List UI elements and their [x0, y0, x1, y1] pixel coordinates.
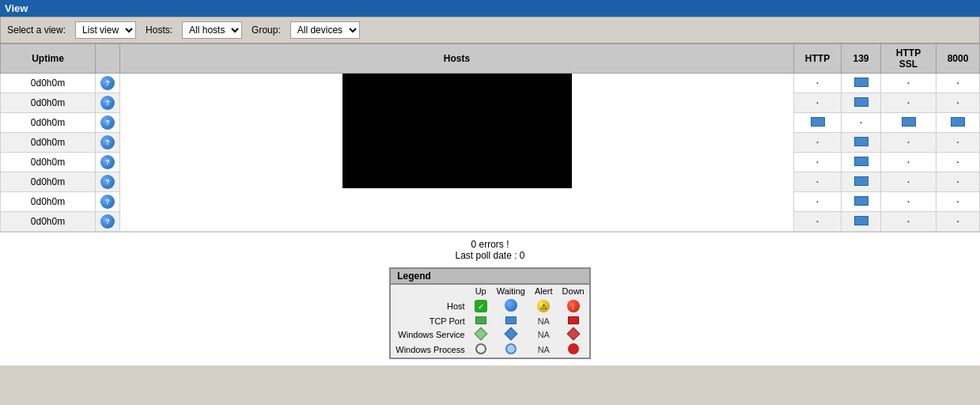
legend-header-empty [391, 285, 469, 297]
host-icon-cell[interactable]: ? [96, 93, 120, 113]
blue-status-icon[interactable]: ? [100, 195, 115, 209]
uptime-cell: 0d0h0m [1, 113, 96, 133]
tcp-up-icon [475, 316, 486, 324]
table-body: 0d0h0m?···0d0h0m?···0d0h0m?·0d0h0m?···0d… [1, 74, 980, 232]
port8000-square-icon [951, 117, 965, 127]
hosts-table: Uptime Hosts HTTP 139 HTTP SSL 8000 0d0h… [0, 44, 980, 232]
blue-status-icon[interactable]: ? [100, 155, 115, 169]
winsvc-up-icon [474, 327, 487, 341]
host-icon-cell[interactable]: ? [96, 212, 120, 232]
winproc-waiting-icon [505, 343, 516, 354]
port139-square-icon [854, 78, 868, 87]
port139-status-cell [842, 212, 881, 232]
host-icon-cell[interactable]: ? [96, 74, 120, 93]
header-139: 139 [842, 44, 881, 74]
legend-col-alert: Alert [530, 285, 558, 297]
legend-col-down: Down [558, 285, 589, 297]
blue-status-icon[interactable]: ? [100, 115, 115, 130]
header-hosts: Hosts [120, 44, 794, 74]
port139-dot-icon: · [859, 115, 862, 129]
http-dot-icon: · [815, 175, 819, 188]
port139-status-cell [842, 153, 881, 172]
legend-col-up: Up [470, 285, 492, 297]
header-http: HTTP [794, 44, 842, 74]
group-label: Group: [252, 25, 281, 36]
legend-title: Legend [391, 269, 588, 285]
header-uptime: Uptime [1, 44, 96, 74]
legend-winsvc-alert: NA [530, 327, 558, 342]
host-icon-cell[interactable]: ? [96, 192, 120, 212]
legend-host-down: ↓ [558, 297, 589, 315]
port8000-dot-icon: · [956, 96, 959, 109]
legend-winproc-up [470, 342, 492, 358]
http-dot-icon: · [815, 214, 819, 228]
blue-status-icon[interactable]: ? [100, 135, 115, 150]
httpssl-square-icon [902, 117, 916, 127]
host-icon-cell[interactable]: ? [96, 133, 120, 153]
legend-tcp-up [470, 315, 492, 327]
port139-square-icon [854, 157, 868, 166]
port139-status-cell: · [842, 113, 881, 133]
http-status-cell: · [794, 212, 842, 232]
port8000-dot-icon: · [956, 195, 959, 208]
legend-host-alert: ⚠ [530, 297, 558, 315]
port8000-status-cell [936, 113, 980, 133]
legend-header-row: Up Waiting Alert Down [391, 285, 588, 297]
legend-label-tcpport: TCP Port [391, 315, 469, 327]
port139-square-icon [854, 216, 868, 225]
httpssl-dot-icon: · [906, 195, 910, 208]
port8000-dot-icon: · [956, 135, 959, 149]
blue-status-icon[interactable]: ? [100, 76, 115, 90]
legend-winproc-waiting [492, 342, 530, 358]
uptime-cell: 0d0h0m [1, 93, 96, 113]
port139-status-cell [842, 172, 881, 192]
port139-square-icon [854, 137, 868, 146]
httpssl-status-cell [881, 113, 936, 133]
legend-label-winproc: Windows Process [391, 342, 469, 358]
blue-status-icon[interactable]: ? [100, 96, 115, 110]
uptime-cell: 0d0h0m [1, 192, 96, 212]
blue-status-icon[interactable]: ? [100, 175, 115, 189]
legend-winsvc-waiting [492, 327, 530, 342]
legend-tcp-down [558, 315, 589, 327]
uptime-cell: 0d0h0m [1, 172, 96, 192]
status-area: 0 errors ! Last poll date : 0 Legend Up … [0, 232, 980, 365]
uptime-cell: 0d0h0m [1, 74, 96, 93]
host-up-icon: ✓ [475, 300, 487, 312]
error-count: 0 errors ! [6, 239, 974, 250]
host-icon-cell[interactable]: ? [96, 153, 120, 172]
view-select[interactable]: List view [75, 21, 136, 39]
httpssl-status-cell: · [881, 212, 936, 232]
http-dot-icon: · [815, 155, 819, 168]
legend-row-winproc: Windows Process NA [391, 342, 588, 358]
legend-label-host: Host [391, 297, 469, 315]
host-icon-cell[interactable]: ? [96, 113, 120, 133]
http-status-cell: · [794, 192, 842, 212]
legend-row-tcpport: TCP Port NA [391, 315, 588, 327]
legend-tcp-waiting [492, 315, 530, 327]
http-status-cell: · [794, 153, 842, 172]
httpssl-dot-icon: · [906, 135, 910, 149]
winproc-down-icon [568, 343, 579, 354]
host-name-cell [120, 74, 794, 232]
legend-winsvc-down [558, 327, 589, 342]
http-square-icon [811, 117, 825, 127]
httpssl-dot-icon: · [906, 76, 910, 89]
legend-box: Legend Up Waiting Alert Down Host ✓ ⚠ ↓ … [389, 267, 590, 359]
uptime-cell: 0d0h0m [1, 212, 96, 232]
httpssl-dot-icon: · [906, 96, 910, 109]
legend-winproc-down [558, 342, 589, 358]
title-label: View [5, 2, 28, 14]
poll-date: Last poll date : 0 [6, 250, 974, 261]
hosts-select[interactable]: All hosts [182, 21, 242, 39]
host-icon-cell[interactable]: ? [96, 172, 120, 192]
blue-status-icon[interactable]: ? [100, 214, 115, 229]
http-status-cell: · [794, 74, 842, 93]
legend-winproc-alert: NA [530, 342, 558, 358]
group-select[interactable]: All devices [290, 21, 360, 39]
winproc-up-icon [475, 343, 486, 354]
port8000-status-cell: · [936, 74, 980, 93]
httpssl-status-cell: · [881, 192, 936, 212]
host-alert-icon: ⚠ [537, 300, 550, 312]
port139-square-icon [854, 176, 868, 186]
